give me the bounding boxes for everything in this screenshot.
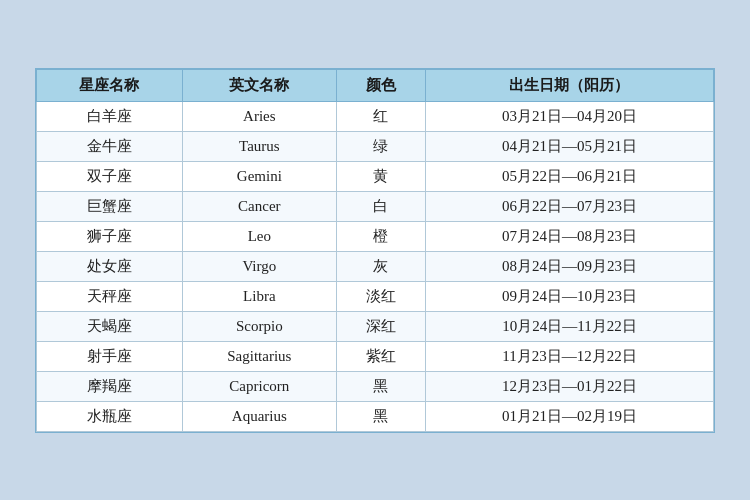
zodiac-table: 星座名称 英文名称 颜色 出生日期（阳历） 白羊座Aries红03月21日—04… bbox=[36, 69, 714, 432]
cell-dates: 06月22日—07月23日 bbox=[425, 191, 713, 221]
cell-dates: 05月22日—06月21日 bbox=[425, 161, 713, 191]
cell-english: Cancer bbox=[182, 191, 336, 221]
cell-color: 紫红 bbox=[336, 341, 425, 371]
cell-english: Gemini bbox=[182, 161, 336, 191]
cell-chinese: 白羊座 bbox=[37, 101, 183, 131]
cell-color: 黑 bbox=[336, 401, 425, 431]
cell-dates: 09月24日—10月23日 bbox=[425, 281, 713, 311]
table-row: 天秤座Libra淡红09月24日—10月23日 bbox=[37, 281, 714, 311]
cell-chinese: 巨蟹座 bbox=[37, 191, 183, 221]
table-header-row: 星座名称 英文名称 颜色 出生日期（阳历） bbox=[37, 69, 714, 101]
cell-dates: 12月23日—01月22日 bbox=[425, 371, 713, 401]
cell-english: Virgo bbox=[182, 251, 336, 281]
cell-dates: 08月24日—09月23日 bbox=[425, 251, 713, 281]
cell-chinese: 处女座 bbox=[37, 251, 183, 281]
cell-english: Sagittarius bbox=[182, 341, 336, 371]
cell-dates: 11月23日—12月22日 bbox=[425, 341, 713, 371]
table-row: 射手座Sagittarius紫红11月23日—12月22日 bbox=[37, 341, 714, 371]
table-row: 天蝎座Scorpio深红10月24日—11月22日 bbox=[37, 311, 714, 341]
cell-dates: 10月24日—11月22日 bbox=[425, 311, 713, 341]
cell-color: 淡红 bbox=[336, 281, 425, 311]
col-header-color: 颜色 bbox=[336, 69, 425, 101]
cell-english: Libra bbox=[182, 281, 336, 311]
table-row: 金牛座Taurus绿04月21日—05月21日 bbox=[37, 131, 714, 161]
table-row: 摩羯座Capricorn黑12月23日—01月22日 bbox=[37, 371, 714, 401]
cell-color: 红 bbox=[336, 101, 425, 131]
cell-chinese: 摩羯座 bbox=[37, 371, 183, 401]
cell-color: 黄 bbox=[336, 161, 425, 191]
zodiac-table-wrapper: 星座名称 英文名称 颜色 出生日期（阳历） 白羊座Aries红03月21日—04… bbox=[35, 68, 715, 433]
table-row: 巨蟹座Cancer白06月22日—07月23日 bbox=[37, 191, 714, 221]
table-row: 狮子座Leo橙07月24日—08月23日 bbox=[37, 221, 714, 251]
col-header-dates: 出生日期（阳历） bbox=[425, 69, 713, 101]
cell-color: 橙 bbox=[336, 221, 425, 251]
cell-english: Aries bbox=[182, 101, 336, 131]
col-header-chinese: 星座名称 bbox=[37, 69, 183, 101]
cell-chinese: 双子座 bbox=[37, 161, 183, 191]
table-row: 白羊座Aries红03月21日—04月20日 bbox=[37, 101, 714, 131]
table-row: 水瓶座Aquarius黑01月21日—02月19日 bbox=[37, 401, 714, 431]
table-row: 处女座Virgo灰08月24日—09月23日 bbox=[37, 251, 714, 281]
col-header-english: 英文名称 bbox=[182, 69, 336, 101]
cell-color: 白 bbox=[336, 191, 425, 221]
cell-color: 深红 bbox=[336, 311, 425, 341]
cell-chinese: 天秤座 bbox=[37, 281, 183, 311]
cell-english: Capricorn bbox=[182, 371, 336, 401]
cell-dates: 04月21日—05月21日 bbox=[425, 131, 713, 161]
cell-english: Leo bbox=[182, 221, 336, 251]
cell-english: Taurus bbox=[182, 131, 336, 161]
cell-chinese: 水瓶座 bbox=[37, 401, 183, 431]
cell-chinese: 天蝎座 bbox=[37, 311, 183, 341]
cell-dates: 01月21日—02月19日 bbox=[425, 401, 713, 431]
cell-color: 绿 bbox=[336, 131, 425, 161]
cell-chinese: 射手座 bbox=[37, 341, 183, 371]
cell-color: 黑 bbox=[336, 371, 425, 401]
cell-dates: 07月24日—08月23日 bbox=[425, 221, 713, 251]
cell-english: Aquarius bbox=[182, 401, 336, 431]
cell-chinese: 狮子座 bbox=[37, 221, 183, 251]
cell-dates: 03月21日—04月20日 bbox=[425, 101, 713, 131]
table-row: 双子座Gemini黄05月22日—06月21日 bbox=[37, 161, 714, 191]
cell-english: Scorpio bbox=[182, 311, 336, 341]
cell-chinese: 金牛座 bbox=[37, 131, 183, 161]
cell-color: 灰 bbox=[336, 251, 425, 281]
